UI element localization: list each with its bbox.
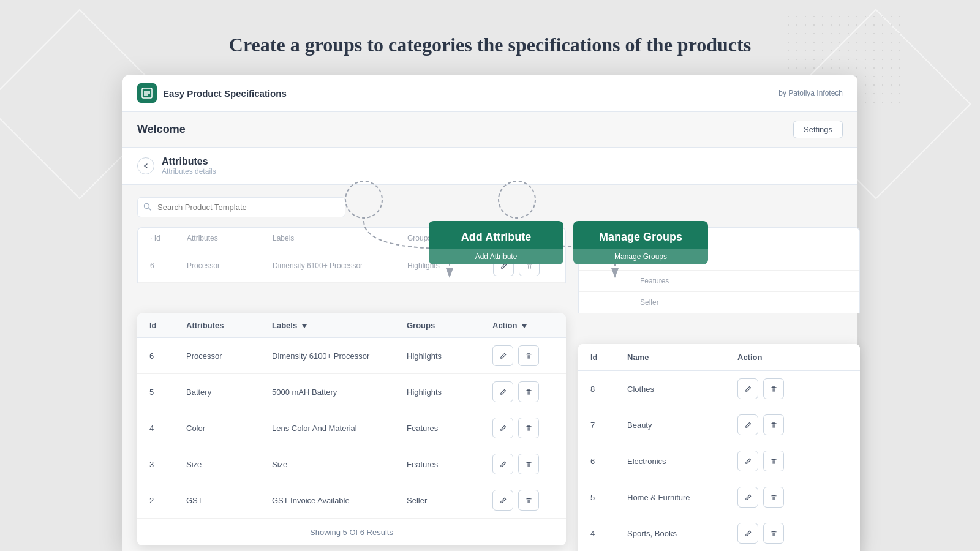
- group-actions: [737, 487, 848, 508]
- right-panel: Highlights Features Features: [578, 227, 860, 551]
- group-edit-button[interactable]: [737, 487, 758, 508]
- bg-row-right-features2: Features: [579, 271, 859, 292]
- groups-table-row: 4 Sports, Books: [578, 515, 860, 551]
- action-buttons-row: Add Attribute Add Attribute Manage Group…: [429, 221, 708, 264]
- manage-groups-label: Manage Groups: [573, 221, 708, 249]
- bg-cell-id: 6: [150, 261, 187, 270]
- row-actions: [492, 454, 566, 474]
- delete-button[interactable]: [518, 381, 539, 402]
- group-name: Clothes: [627, 384, 737, 394]
- group-id: 8: [590, 384, 627, 394]
- edit-button[interactable]: [492, 454, 513, 474]
- row-attr: Processor: [186, 351, 272, 361]
- row-id: 5: [149, 388, 186, 397]
- page-title: Create a groups to categories the specif…: [229, 34, 751, 56]
- search-input-wrap: [137, 197, 345, 217]
- group-delete-button[interactable]: [763, 414, 784, 435]
- svg-line-5: [149, 208, 151, 210]
- row-group: Features: [407, 424, 492, 433]
- attr-header-action: Action: [492, 321, 566, 330]
- group-edit-button[interactable]: [737, 523, 758, 544]
- group-edit-button[interactable]: [737, 451, 758, 471]
- groups-table-row: 7 Beauty: [578, 407, 860, 443]
- group-id: 4: [590, 529, 627, 538]
- row-label: Dimensity 6100+ Processor: [272, 351, 407, 361]
- row-actions: [492, 381, 566, 402]
- settings-button[interactable]: Settings: [793, 121, 843, 138]
- edit-button[interactable]: [492, 490, 513, 511]
- row-actions: [492, 418, 566, 438]
- app-logo-text: Easy Product Specifications: [163, 88, 287, 99]
- groups-table-row: 8 Clothes: [578, 371, 860, 407]
- bg-right-name: Seller: [640, 298, 775, 307]
- groups-header-action: Action: [737, 353, 848, 362]
- row-label: Size: [272, 460, 407, 469]
- bg-col-labels: Labels: [273, 234, 407, 242]
- row-group: Seller: [407, 496, 492, 505]
- row-attr: GST: [186, 496, 272, 505]
- bg-row-right-seller: Seller: [579, 292, 859, 313]
- row-label: Lens Color And Material: [272, 424, 407, 433]
- right-spacer: [578, 313, 860, 344]
- search-input[interactable]: [137, 197, 345, 217]
- delete-button[interactable]: [518, 454, 539, 474]
- manage-groups-sub: Manage Groups: [573, 249, 708, 264]
- manage-groups-button[interactable]: Manage Groups Manage Groups: [573, 221, 708, 264]
- row-actions: [492, 345, 566, 366]
- app-logo: Easy Product Specifications: [137, 83, 287, 103]
- attributes-table-header: Id Attributes Labels Groups Action: [137, 313, 566, 338]
- breadcrumb-title: Attributes: [162, 156, 216, 167]
- bg-right-name: Features: [640, 277, 775, 285]
- breadcrumb-sub: Attributes details: [162, 167, 216, 176]
- delete-button[interactable]: [518, 490, 539, 511]
- table-row: 3 Size Size Features: [137, 446, 566, 482]
- group-delete-button[interactable]: [763, 487, 784, 508]
- edit-button[interactable]: [492, 418, 513, 438]
- bg-col-attr: Attributes: [187, 234, 273, 242]
- app-logo-icon: [137, 83, 157, 103]
- group-delete-button[interactable]: [763, 451, 784, 471]
- row-label: 5000 mAH Battery: [272, 388, 407, 397]
- left-panel: · Id Attributes Labels Groups Action 6 P…: [137, 227, 566, 551]
- row-id: 2: [149, 496, 186, 505]
- attributes-table: Id Attributes Labels Groups Action: [137, 313, 566, 545]
- row-label: GST Invoice Available: [272, 496, 407, 505]
- sub-header: Welcome Settings: [123, 112, 858, 148]
- bg-col-id: · Id: [150, 234, 187, 242]
- app-header-right: by Patoliya Infotech: [778, 89, 843, 97]
- edit-button[interactable]: [492, 345, 513, 366]
- delete-button[interactable]: [518, 418, 539, 438]
- app-window: Easy Product Specifications by Patoliya …: [123, 75, 858, 551]
- welcome-text: Welcome: [137, 123, 186, 136]
- group-id: 5: [590, 493, 627, 502]
- tables-container: · Id Attributes Labels Groups Action 6 P…: [137, 227, 843, 551]
- group-name: Sports, Books: [627, 529, 737, 538]
- group-delete-button[interactable]: [763, 378, 784, 399]
- group-id: 6: [590, 457, 627, 466]
- table-row: 4 Color Lens Color And Material Features: [137, 410, 566, 446]
- bg-cell-label: Dimensity 6100+ Processor: [273, 261, 407, 270]
- table-row: 5 Battery 5000 mAH Battery Highlights: [137, 374, 566, 410]
- delete-button[interactable]: [518, 345, 539, 366]
- spacer: [137, 283, 566, 313]
- group-delete-button[interactable]: [763, 523, 784, 544]
- edit-button[interactable]: [492, 381, 513, 402]
- attr-header-groups: Groups: [407, 321, 492, 330]
- search-icon: [143, 203, 151, 212]
- group-actions: [737, 451, 848, 471]
- group-actions: [737, 523, 848, 544]
- back-button[interactable]: [137, 157, 154, 174]
- group-actions: [737, 378, 848, 399]
- row-attr: Size: [186, 460, 272, 469]
- row-id: 6: [149, 351, 186, 361]
- table-row: 2 GST GST Invoice Available Seller: [137, 482, 566, 519]
- row-group: Highlights: [407, 388, 492, 397]
- group-edit-button[interactable]: [737, 378, 758, 399]
- group-edit-button[interactable]: [737, 414, 758, 435]
- row-attr: Color: [186, 424, 272, 433]
- attr-header-id: Id: [149, 321, 186, 330]
- row-actions: [492, 490, 566, 511]
- add-attribute-button[interactable]: Add Attribute Add Attribute: [429, 221, 564, 264]
- group-name: Beauty: [627, 421, 737, 430]
- groups-header-name: Name: [627, 353, 737, 362]
